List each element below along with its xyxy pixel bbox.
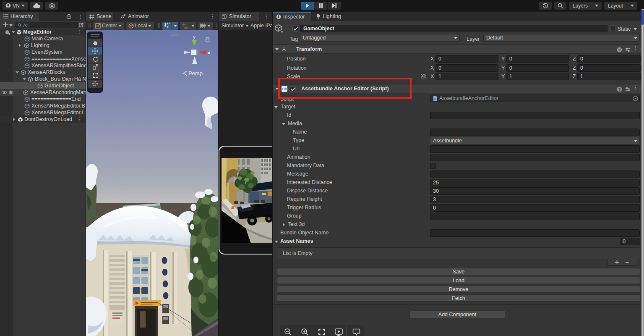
svg-text:?: ? bbox=[618, 87, 621, 92]
svg-text:x: x bbox=[208, 50, 211, 55]
svg-text:?: ? bbox=[618, 48, 621, 52]
svg-text:Y: Y bbox=[167, 25, 169, 29]
svg-text:y: y bbox=[193, 34, 196, 39]
